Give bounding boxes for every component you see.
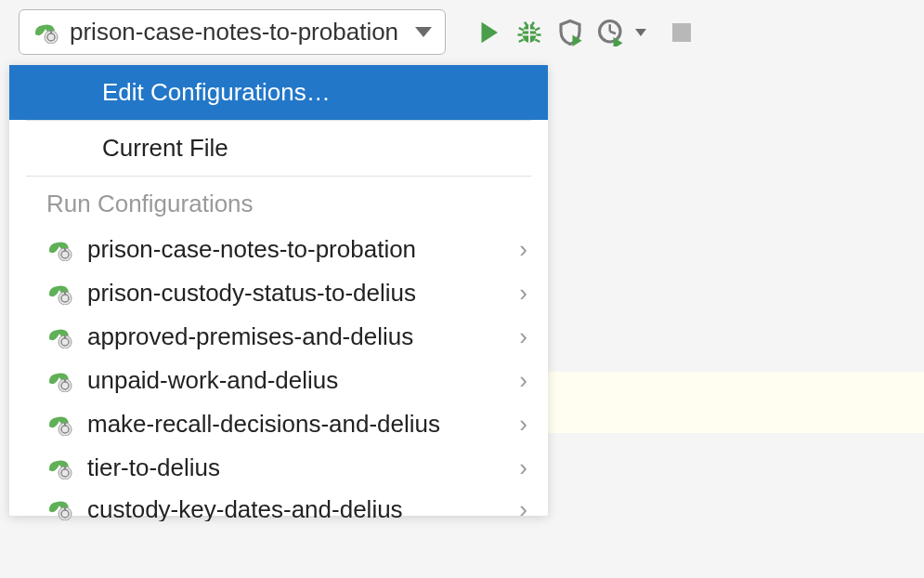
current-file-item[interactable]: Current File	[9, 121, 548, 176]
run-button[interactable]	[468, 12, 509, 53]
svg-line-11	[519, 39, 524, 42]
debug-button[interactable]	[509, 12, 550, 53]
spring-boot-icon	[46, 370, 74, 392]
coverage-button[interactable]	[550, 12, 591, 53]
selected-config-label: prison-case-notes-to-probation	[70, 18, 398, 46]
toolbar: prison-case-notes-to-probation	[0, 0, 924, 64]
config-item[interactable]: make-recall-decisions-and-delius ›	[9, 402, 548, 446]
run-config-selector[interactable]: prison-case-notes-to-probation	[19, 9, 446, 55]
config-name: custody-key-dates-and-delius	[87, 495, 506, 522]
current-file-label: Current File	[102, 134, 228, 163]
config-name: prison-custody-status-to-delius	[87, 279, 506, 308]
spring-boot-icon	[46, 414, 74, 436]
config-item[interactable]: tier-to-delius ›	[9, 446, 548, 490]
config-name: tier-to-delius	[87, 453, 506, 482]
svg-line-12	[535, 39, 540, 42]
config-item[interactable]: custody-key-dates-and-delius ›	[9, 490, 548, 521]
chevron-right-icon: ›	[519, 235, 527, 264]
config-item[interactable]: prison-case-notes-to-probation ›	[9, 228, 548, 271]
config-name: approved-premises-and-delius	[87, 322, 506, 351]
spring-boot-icon	[33, 21, 60, 44]
chevron-right-icon: ›	[519, 410, 527, 439]
edit-configurations-item[interactable]: Edit Configurations…	[9, 65, 548, 120]
config-item[interactable]: approved-premises-and-delius ›	[9, 315, 548, 359]
svg-line-17	[610, 31, 616, 33]
run-config-dropdown: Edit Configurations… Current File Run Co…	[9, 65, 548, 516]
svg-line-8	[535, 28, 540, 31]
spring-boot-icon	[46, 457, 74, 479]
svg-line-7	[519, 28, 524, 31]
chevron-right-icon: ›	[519, 453, 527, 482]
svg-line-13	[525, 21, 527, 25]
spring-boot-icon	[46, 326, 74, 348]
stop-button	[661, 12, 702, 53]
chevron-right-icon: ›	[519, 366, 527, 395]
config-item[interactable]: unpaid-work-and-delius ›	[9, 359, 548, 402]
chevron-down-icon	[415, 27, 432, 37]
highlight-strip	[548, 372, 924, 433]
profile-dropdown-icon[interactable]	[635, 29, 646, 36]
chevron-right-icon: ›	[519, 279, 527, 308]
config-name: make-recall-decisions-and-delius	[87, 410, 506, 439]
chevron-right-icon: ›	[519, 322, 527, 351]
profile-button[interactable]	[591, 12, 631, 53]
spring-boot-icon	[46, 282, 74, 305]
run-configurations-header: Run Configurations	[9, 177, 548, 228]
config-item[interactable]: prison-custody-status-to-delius ›	[9, 271, 548, 315]
edit-configurations-label: Edit Configurations…	[102, 78, 331, 107]
svg-rect-18	[672, 23, 691, 42]
spring-boot-icon	[46, 498, 74, 520]
config-name: unpaid-work-and-delius	[87, 366, 506, 395]
config-name: prison-case-notes-to-probation	[87, 235, 506, 264]
svg-line-14	[532, 21, 535, 25]
spring-boot-icon	[46, 239, 74, 261]
chevron-right-icon: ›	[519, 495, 527, 522]
